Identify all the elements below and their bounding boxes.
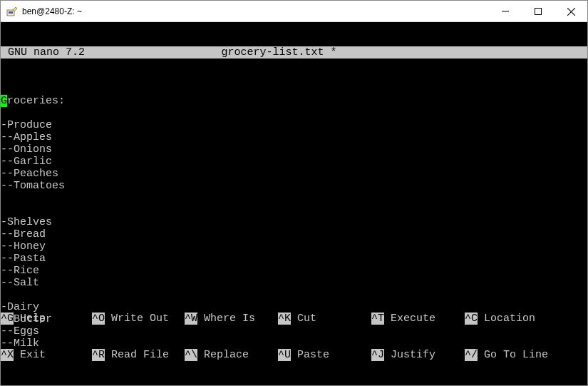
shortcut-key: ^C	[465, 313, 478, 325]
shortcut-key: ^U	[278, 349, 291, 361]
shortcut-item: ^KCut	[278, 313, 371, 325]
shortcut-item: ^GHelp	[1, 313, 92, 325]
close-button[interactable]	[555, 1, 587, 22]
shortcut-label: Cut	[291, 313, 316, 325]
editor-filename: grocery-list.txt *	[85, 46, 473, 59]
shortcut-item: ^/Go To Line	[465, 349, 564, 361]
shortcut-label: Execute	[384, 313, 435, 325]
app-window: ben@2480-Z: ~ GNU nano 7.2 grocery-list.…	[0, 0, 588, 386]
editor-line: --Apples	[1, 131, 587, 143]
titlebar: ben@2480-Z: ~	[1, 1, 587, 22]
shortcut-key: ^\	[185, 349, 197, 361]
editor-line: -Shelves	[1, 216, 587, 228]
shortcut-label: Write Out	[105, 313, 169, 325]
shortcut-item: ^JJustify	[371, 349, 465, 361]
maximize-button[interactable]	[522, 1, 555, 22]
shortcut-label: Justify	[384, 349, 435, 361]
shortcut-key: ^/	[465, 349, 478, 361]
editor-line: --Pasta	[1, 253, 587, 265]
shortcut-label: Exit	[14, 349, 46, 361]
shortcut-item: ^OWrite Out	[92, 313, 185, 325]
shortcut-key: ^J	[371, 349, 384, 361]
shortcut-key: ^G	[1, 313, 14, 325]
window-controls	[489, 1, 587, 22]
editor-line: -Produce	[1, 119, 587, 131]
editor-line: --Rice	[1, 265, 587, 277]
shortcut-item: ^UPaste	[278, 349, 371, 361]
terminal[interactable]: GNU nano 7.2 grocery-list.txt * Grocerie…	[1, 22, 587, 385]
text-cursor: G	[1, 95, 7, 107]
shortcut-row: ^XExit^RRead File^\Replace^UPaste^JJusti…	[1, 349, 587, 361]
shortcut-key: ^W	[185, 313, 197, 325]
editor-line: --Onions	[1, 143, 587, 156]
editor-line: --Salt	[1, 277, 587, 289]
svg-rect-1	[9, 11, 13, 14]
editor-line: --Tomatoes	[1, 180, 587, 192]
editor-header: GNU nano 7.2 grocery-list.txt *	[1, 46, 587, 59]
editor-line: --Honey	[1, 240, 587, 253]
shortcut-label: Location	[478, 313, 535, 325]
editor-line: --Peaches	[1, 168, 587, 180]
shortcut-key: ^K	[278, 313, 291, 325]
editor-line: Groceries:	[1, 95, 587, 107]
shortcut-label: Help	[14, 313, 46, 325]
shortcut-item: ^CLocation	[465, 313, 564, 325]
shortcut-item: ^WWhere Is	[185, 313, 278, 325]
svg-rect-3	[535, 9, 542, 15]
shortcut-label: Read File	[105, 349, 169, 361]
shortcut-label: Replace	[197, 349, 249, 361]
shortcut-label: Go To Line	[478, 349, 548, 361]
shortcut-label: Paste	[291, 349, 329, 361]
shortcut-label: Where Is	[197, 313, 255, 325]
editor-line	[1, 107, 587, 119]
editor-line	[1, 204, 587, 216]
shortcut-item: ^XExit	[1, 349, 92, 361]
shortcut-key: ^X	[1, 349, 14, 361]
window-title: ben@2480-Z: ~	[22, 6, 82, 16]
shortcut-key: ^O	[92, 313, 105, 325]
shortcut-item: ^TExecute	[371, 313, 465, 325]
shortcut-item: ^RRead File	[92, 349, 185, 361]
putty-icon	[6, 6, 18, 17]
editor-line	[1, 192, 587, 204]
editor-line: --Garlic	[1, 156, 587, 168]
editor-shortcuts: ^GHelp^OWrite Out^WWhere Is^KCut^TExecut…	[1, 288, 587, 385]
shortcut-key: ^R	[92, 349, 105, 361]
shortcut-row: ^GHelp^OWrite Out^WWhere Is^KCut^TExecut…	[1, 313, 587, 325]
minimize-button[interactable]	[489, 1, 522, 22]
editor-line: --Bread	[1, 228, 587, 240]
shortcut-item: ^\Replace	[185, 349, 278, 361]
shortcut-key: ^T	[371, 313, 384, 325]
editor-app-name: GNU nano 7.2	[1, 46, 85, 59]
